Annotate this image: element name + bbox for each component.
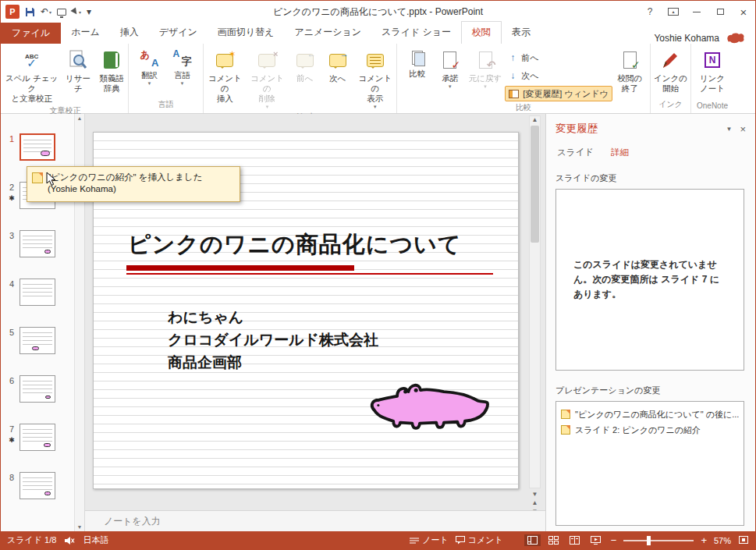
revision-item-insert-after[interactable]: "ピンクのワニの商品化について" の後に... [561, 406, 739, 422]
comments-toggle-button[interactable]: コメント [456, 534, 503, 546]
slide-thumbnail-7[interactable]: 7✱ [4, 424, 84, 451]
spell-check-button[interactable]: ABC✓ スペル チェック と文章校正 [3, 46, 60, 105]
slideshow-view-icon[interactable] [587, 534, 604, 546]
ribbon-group-language: あA 翻訳 ▼ A字 言語 ▼ 言語 [129, 44, 204, 113]
tab-design[interactable]: デザイン [149, 22, 208, 44]
scroll-down-icon[interactable]: ▼ [77, 524, 83, 530]
help-icon[interactable]: ? [638, 1, 662, 23]
group-label-onenote: OneNote [692, 101, 733, 113]
spell-check-icon: ABC✓ [25, 48, 38, 72]
tab-home[interactable]: ホーム [61, 22, 110, 44]
revision-marker-icon: ✱ [9, 436, 15, 444]
slide-sorter-view-icon[interactable] [545, 534, 562, 546]
slide-thumbnail-4[interactable]: 4 [4, 279, 84, 306]
group-label-language: 言語 [130, 98, 202, 113]
account-area[interactable]: Yoshie Kohama [654, 32, 755, 44]
pane-close-icon[interactable]: × [738, 123, 747, 135]
normal-view-icon[interactable] [524, 534, 541, 546]
show-comments-button[interactable]: コメントの 表示 ▼ [355, 46, 396, 110]
undo-icon[interactable]: ↶▾ [41, 6, 51, 17]
previous-slide-icon[interactable]: ▲ [532, 499, 538, 506]
slide-number: 3 [9, 231, 14, 240]
touch-mode-icon[interactable]: ▾ [72, 9, 81, 15]
slide-counter[interactable]: スライド 1/8 [7, 534, 56, 546]
research-button[interactable]: リサーチ [62, 46, 94, 94]
revision-item-slide2[interactable]: スライド 2: ピンクのワニの紹介 [561, 422, 739, 438]
reviewing-pane-button[interactable]: [変更履歴] ウィンドウ [505, 86, 612, 101]
slide-number: 6 [9, 376, 14, 385]
previous-change-icon: ↑ [508, 52, 517, 63]
zoom-level[interactable]: 57% [714, 536, 731, 545]
translate-button[interactable]: あA 翻訳 ▼ [134, 46, 165, 87]
zoom-slider[interactable] [623, 540, 694, 541]
minimize-icon[interactable] [685, 1, 708, 23]
accept-button[interactable]: ✓ 承諾 ▼ [435, 46, 466, 90]
scroll-up-icon[interactable]: ▲ [532, 116, 538, 123]
pane-menu-icon[interactable]: ▼ [719, 126, 738, 133]
new-comment-button[interactable]: ✶ コメントの 挿入 [204, 46, 245, 105]
slide-thumbnail-8[interactable]: 8 [4, 472, 84, 499]
onenote-icon: N [705, 48, 720, 72]
slide-thumbnail-6[interactable]: 6 [4, 375, 84, 403]
customize-qat-icon[interactable]: ▾ [87, 6, 91, 17]
tab-revisions-slides[interactable]: スライド [557, 147, 594, 158]
slide-number: 5 [9, 328, 14, 337]
next-comment-button[interactable]: → 次へ [322, 46, 353, 84]
close-icon[interactable]: × [732, 1, 755, 23]
slide-thumbnail-5[interactable]: 5 [4, 327, 84, 354]
scrollbar-thumb[interactable] [531, 126, 539, 243]
scroll-up-icon[interactable]: ▲ [77, 115, 83, 121]
window-controls: ? ▴ × [638, 1, 755, 23]
maximize-icon[interactable] [708, 1, 732, 23]
slide-number: 8 [9, 473, 14, 482]
linked-notes-button[interactable]: N リンク ノート [697, 46, 728, 94]
reject-button[interactable]: ↶ 元に戻す ▼ [467, 46, 504, 90]
reading-view-icon[interactable] [566, 534, 583, 546]
start-from-beginning-icon[interactable] [57, 9, 66, 16]
zoom-out-icon[interactable]: − [611, 535, 617, 545]
pink-crocodile-drawing[interactable] [367, 371, 495, 440]
tab-insert[interactable]: 挿入 [110, 22, 149, 44]
title-underline-thin [126, 273, 493, 275]
slide-thumbnail-3[interactable]: 3 [4, 230, 84, 257]
fit-slide-icon[interactable] [738, 535, 749, 546]
slide-scrollbar[interactable]: ▲ [529, 115, 541, 488]
zoom-slider-handle[interactable] [647, 536, 651, 545]
previous-change-button[interactable]: ↑ 前へ [505, 50, 612, 66]
end-review-button[interactable]: ✓ 校閲の 終了 [614, 46, 645, 94]
powerpoint-window: P ↶▾ ▾ ▾ ピンクのワニの商品化について.pptx - PowerPoin… [0, 0, 756, 550]
tab-slideshow[interactable]: スライド ショー [371, 22, 461, 44]
tab-animations[interactable]: アニメーション [284, 22, 371, 44]
slide-body-text[interactable]: わにちゃん クロコダイルワールド株式会社 商品企画部 [168, 306, 378, 374]
slide-title[interactable]: ピンクのワニの商品化について [128, 229, 461, 261]
compare-button[interactable]: 比較 [402, 46, 433, 80]
slide-thumbnail-1[interactable]: 1 [4, 133, 84, 161]
status-bar: スライド 1/8 日本語 ノート コメント [1, 531, 755, 549]
notes-pane[interactable]: ノートを入力 [85, 510, 545, 531]
language-button[interactable]: A字 言語 ▼ [167, 46, 198, 87]
tab-transitions[interactable]: 画面切り替え [208, 22, 285, 44]
language-icon: A字 [172, 48, 193, 69]
ribbon-display-options-icon[interactable]: ▴ [662, 1, 685, 23]
language-indicator[interactable]: 日本語 [83, 534, 108, 546]
delete-comment-button[interactable]: × コメントの 削除 ▼ [247, 46, 287, 110]
zoom-in-icon[interactable]: + [701, 535, 707, 545]
tab-file[interactable]: ファイル [1, 23, 61, 44]
tab-view[interactable]: 表示 [502, 22, 541, 44]
scroll-down-icon[interactable]: ▼ [532, 491, 538, 498]
title-bar: P ↶▾ ▾ ▾ ピンクのワニの商品化について.pptx - PowerPoin… [1, 1, 755, 23]
mute-speaker-icon[interactable] [64, 536, 75, 545]
next-change-button[interactable]: ↓ 次へ [505, 68, 612, 83]
start-inking-button[interactable]: インクの 開始 [652, 46, 689, 94]
research-icon [69, 48, 87, 72]
tab-review[interactable]: 校閲 [461, 21, 502, 44]
delete-comment-icon: × [258, 48, 275, 72]
previous-comment-button[interactable]: ← 前へ [289, 46, 321, 84]
tab-revisions-details[interactable]: 詳細 [611, 147, 629, 158]
notes-toggle-button[interactable]: ノート [410, 534, 449, 546]
save-icon[interactable] [25, 7, 35, 17]
powerpoint-app-icon[interactable]: P [5, 5, 20, 19]
revision-marker-icon: ✱ [9, 194, 15, 202]
reject-icon: ↶ [479, 48, 492, 72]
thesaurus-button[interactable]: 類義語 辞典 [96, 46, 127, 94]
